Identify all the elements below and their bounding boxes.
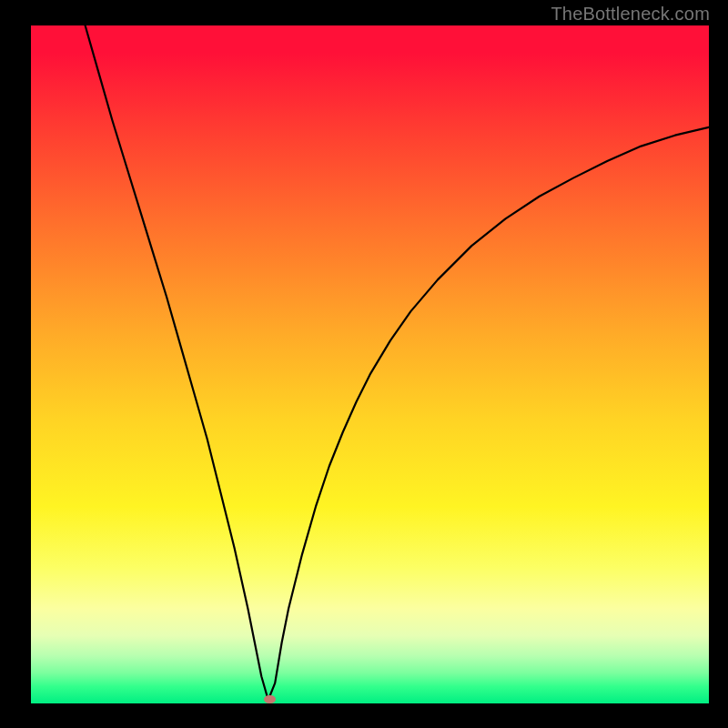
bottleneck-curve (31, 25, 709, 703)
watermark-text: TheBottleneck.com (551, 4, 710, 25)
optimal-point-marker (264, 695, 276, 703)
plot-area (31, 25, 709, 703)
